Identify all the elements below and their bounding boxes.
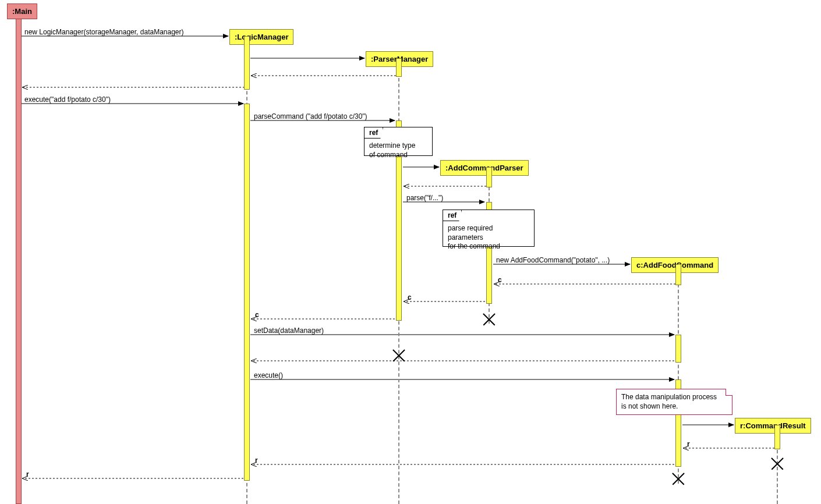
msg-return-r-3: r [26, 470, 29, 478]
msg-return-c-2: c [408, 293, 412, 301]
destroy-result [772, 457, 783, 469]
msg-return-c-1: c [498, 276, 502, 284]
msg-parse: parse("f/...") [406, 194, 443, 202]
ref-determine-type: ref determine typeof command [364, 127, 433, 156]
destroy-parser [393, 349, 405, 361]
activation-addfood-1 [675, 264, 681, 285]
ref-content-1: determine typeof command [369, 141, 427, 159]
ref-label-2: ref [443, 210, 462, 221]
ref-content-2: parse requiredparametersfor the command [448, 224, 529, 251]
activation-logic-2 [244, 104, 250, 481]
msg-execute: execute("add f/potato c/30") [24, 95, 111, 104]
msg-return-r-1: r [687, 440, 690, 448]
msg-return-r-2: r [255, 456, 258, 464]
activation-addfood-2 [675, 335, 681, 363]
note-corner-icon [726, 389, 732, 396]
activation-logic-1 [244, 36, 250, 90]
note-text: The data manipulation processis not show… [621, 393, 717, 410]
activation-main [16, 19, 22, 504]
msg-setdata: setData(dataManager) [254, 326, 324, 335]
note-data-manipulation: The data manipulation processis not show… [616, 389, 732, 415]
participant-add-command-parser: :AddCommandParser [440, 160, 529, 176]
activation-addparser-1 [486, 167, 492, 187]
participant-main: :Main [7, 3, 37, 19]
participant-command-result: r:CommandResult [735, 418, 811, 434]
destroy-addfood [673, 473, 684, 484]
msg-parse-command: parseCommand ("add f/potato c/30") [254, 112, 367, 120]
activation-parser-1 [396, 58, 402, 77]
ref-parse-params: ref parse requiredparametersfor the comm… [443, 210, 535, 247]
activation-result-1 [774, 425, 780, 449]
destroy-addparser [483, 313, 495, 325]
msg-execute2: execute() [254, 371, 283, 379]
msg-new-logic: new LogicManager(storageManager, dataMan… [24, 28, 184, 36]
ref-label-1: ref [364, 127, 383, 139]
msg-return-c-3: c [255, 311, 259, 319]
msg-new-addfood: new AddFoodCommand("potato", ...) [496, 256, 610, 264]
participant-logic-manager: :LogicManager [229, 29, 293, 45]
